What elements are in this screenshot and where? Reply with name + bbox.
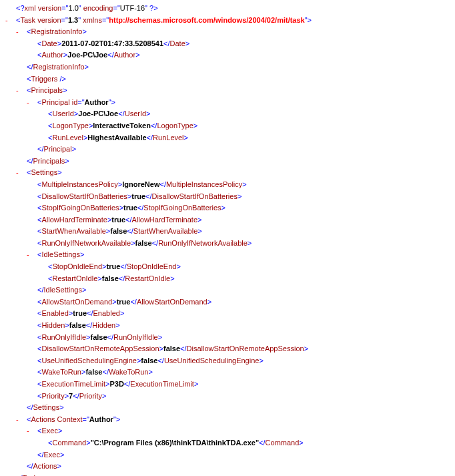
allowhardterm-value: true: [111, 216, 125, 224]
stoponidle-value: true: [107, 262, 121, 270]
task-version: 1.3: [68, 16, 78, 24]
stopifbatt-value: true: [123, 204, 137, 212]
stopifbatt-element: <StopIfGoingOnBatteries>true</StopIfGoin…: [5, 202, 450, 214]
allowhardterm-element: <AllowHardTerminate>true</AllowHardTermi…: [5, 214, 450, 226]
triggers-element: <Triggers />: [5, 73, 450, 85]
xml-declaration: <?xml version="1.0" encoding="UTF-16" ?>: [5, 3, 450, 15]
startwhenavail-element: <StartWhenAvailable>false</StartWhenAvai…: [5, 226, 450, 238]
runonlynet-element: <RunOnlyIfNetworkAvailable>false</RunOnl…: [5, 238, 450, 250]
date-value: 2011-07-02T01:47:33.5208541: [61, 39, 163, 47]
exec-open[interactable]: -<Exec>: [5, 425, 450, 437]
settings-close: </Settings>: [5, 402, 450, 414]
exec-close: </Exec>: [5, 449, 450, 461]
runlevel-element: <RunLevel>HighestAvailable</RunLevel>: [5, 132, 450, 144]
task-close: </Task>: [5, 473, 450, 476]
task-xmlns: http://schemas.microsoft.com/windows/200…: [109, 16, 304, 24]
disallowstartbatt-element: <DisallowStartIfOnBatteries>true</Disall…: [5, 191, 450, 203]
settings-open[interactable]: -<Settings>: [5, 167, 450, 179]
exectimelimit-value: P3D: [109, 380, 123, 388]
stoponidle-element: <StopOnIdleEnd>true</StopOnIdleEnd>: [5, 261, 450, 273]
actions-context: Author: [89, 415, 113, 423]
waketorun-element: <WakeToRun>false</WakeToRun>: [5, 367, 450, 379]
collapse-icon[interactable]: -: [16, 26, 27, 38]
disallowstartbatt-value: true: [131, 192, 145, 200]
userid-value: Joe-PC\Joe: [78, 109, 118, 117]
userid-element: <UserId>Joe-PC\Joe</UserId>: [5, 108, 450, 120]
enabled-value: true: [73, 309, 87, 317]
registrationinfo-open[interactable]: -<RegistrationInfo>: [5, 26, 450, 38]
enabled-element: <Enabled>true</Enabled>: [5, 308, 450, 320]
runonlyidle-element: <RunOnlyIfIdle>false</RunOnlyIfIdle>: [5, 332, 450, 344]
command-value: "C:\Program Files (x86)\thinkTDA\thinkTD…: [91, 439, 259, 447]
disallowremote-value: false: [163, 344, 180, 352]
actions-close: </Actions>: [5, 461, 450, 473]
author-element: <Author>Joe-PC\Joe</Author>: [5, 49, 450, 61]
collapse-icon[interactable]: -: [16, 167, 27, 179]
allowstartdemand-value: true: [117, 298, 131, 306]
runlevel-value: HighestAvailable: [87, 134, 146, 142]
restartidle-value: false: [102, 274, 119, 282]
principal-open[interactable]: -<Principal id="Author">: [5, 97, 450, 109]
principal-close: </Principal>: [5, 144, 450, 156]
startwhenavail-value: false: [110, 227, 127, 235]
xml-encoding: UTF-16: [120, 4, 145, 12]
task-open[interactable]: -<Task version="1.3" xmlns="http://schem…: [5, 15, 450, 27]
registrationinfo-close: </RegistrationInfo>: [5, 61, 450, 73]
exectimelimit-element: <ExecutionTimeLimit>P3D</ExecutionTimeLi…: [5, 379, 450, 391]
runonlynet-value: false: [135, 239, 152, 247]
author-value: Joe-PC\Joe: [67, 51, 107, 59]
unifiedsched-element: <UseUnifiedSchedulingEngine>false</UseUn…: [5, 355, 450, 367]
date-element: <Date>2011-07-02T01:47:33.5208541</Date>: [5, 38, 450, 50]
disallowremote-element: <DisallowStartOnRemoteAppSession>false</…: [5, 343, 450, 355]
multipleinstances-value: IgnoreNew: [122, 180, 159, 188]
priority-element: <Priority>7</Priority>: [5, 391, 450, 403]
idlesettings-close: </IdleSettings>: [5, 284, 450, 296]
collapse-icon[interactable]: -: [5, 15, 16, 27]
principals-close: </Principals>: [5, 156, 450, 168]
restartidle-element: <RestartOnIdle>false</RestartOnIdle>: [5, 273, 450, 285]
principals-open[interactable]: -<Principals>: [5, 85, 450, 97]
command-element: <Command>"C:\Program Files (x86)\thinkTD…: [5, 437, 450, 449]
waketorun-value: false: [85, 368, 102, 376]
xml-version: 1.0: [69, 4, 79, 12]
hidden-element: <Hidden>false</Hidden>: [5, 320, 450, 332]
collapse-icon[interactable]: -: [27, 97, 37, 109]
xml-tree: <?xml version="1.0" encoding="UTF-16" ?>…: [5, 3, 450, 476]
allowstartdemand-element: <AllowStartOnDemand>true</AllowStartOnDe…: [5, 296, 450, 308]
runonlyidle-value: false: [91, 333, 107, 341]
collapse-icon[interactable]: -: [16, 414, 27, 426]
collapse-icon[interactable]: -: [27, 249, 37, 261]
idlesettings-open[interactable]: -<IdleSettings>: [5, 249, 450, 261]
collapse-icon[interactable]: -: [16, 85, 27, 97]
multipleinstances-element: <MultipleInstancesPolicy>IgnoreNew</Mult…: [5, 179, 450, 191]
logontype-element: <LogonType>InteractiveToken</LogonType>: [5, 120, 450, 132]
unifiedsched-value: false: [141, 356, 157, 365]
hidden-value: false: [69, 321, 86, 329]
logontype-value: InteractiveToken: [93, 122, 151, 130]
collapse-icon[interactable]: -: [27, 425, 37, 437]
actions-open[interactable]: -<Actions Context="Author">: [5, 414, 450, 426]
principal-id: Author: [85, 98, 109, 106]
